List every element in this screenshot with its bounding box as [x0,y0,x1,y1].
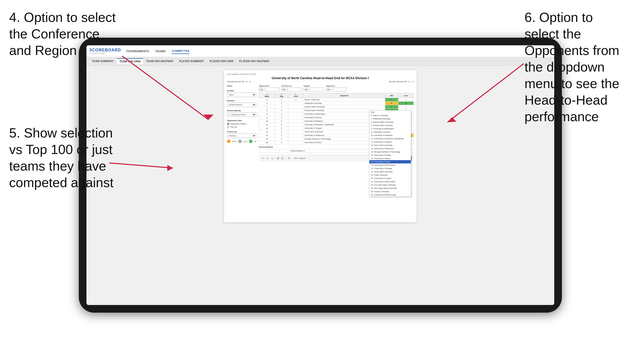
row-reg: 1 [275,98,288,102]
dropdown-item[interactable]: 18. University of Illinois [369,157,411,160]
dropdown-item[interactable]: 6. University of Washington [369,127,411,130]
school-section: School (Rank) 1. University of Nort... [227,109,256,117]
top-100-label: Top 100 [230,126,237,128]
opponent-filter-select[interactable]: (All) ▼ [326,88,346,91]
colour-by-select[interactable]: Win/loss [227,134,256,138]
annotation-line3: and Region [9,43,77,58]
annotation-tr-line5: menu to see the [525,76,619,91]
toolbar-clock[interactable]: ⏱ [287,157,291,160]
conference-filter-label: Conference [281,85,302,87]
overall-record-label: Overall Record: [227,80,241,83]
out-div-name: NCAA Division II [290,149,381,153]
dropdown-item[interactable]: 10. University of Alabama [369,134,411,137]
dropdown-item[interactable]: 27. University of Notre Dame [369,180,411,183]
dropdown-item[interactable]: 23. Texas A&M University [369,170,411,173]
dropdown-item[interactable]: 4. Arizona State University [369,120,411,124]
top-100-radio[interactable]: Top 100 [227,126,256,128]
row-rank: 3 [259,102,275,105]
row-reg: 2 [275,109,288,112]
dropdown-item[interactable]: 31. University of North Florida [369,193,411,197]
nav-item-committee[interactable]: COMMITTEE [172,48,190,54]
toolbar-paste[interactable]: ⊡ [281,157,284,160]
annotation-bl-line1: 5. Show selection [9,126,113,140]
gender-select[interactable]: Men's [227,93,256,97]
toolbar-redo[interactable]: ↪ [265,157,269,160]
conference-filter-select[interactable]: (All) ▼ [281,88,302,91]
dropdown-item[interactable]: 3. Vanderbilt University [369,117,411,120]
table-row: 2 1 1 Auburn University 2 1 [259,98,414,102]
dropdown-item[interactable]: 2. Auburn University [369,114,411,117]
subnav-player-h2h-heatmap[interactable]: PLAYER H2H HEATMAP [237,59,272,64]
division-select[interactable]: NCAA Division I [227,103,256,107]
dropdown-item[interactable]: 12. University of Virginia [369,140,411,144]
row-reg: 2 [275,134,288,137]
subnav-team-h2h-grid[interactable]: TEAM H2H GRID [117,58,143,64]
opponents-filter: Opponents: (All) ▼ [259,85,279,91]
row-reg: 1 [275,130,288,134]
region-filter-select[interactable]: (All) ▼ [304,88,324,91]
dropdown-item[interactable]: 14. University of Oklahoma [369,147,411,150]
dropdown-item[interactable]: 15. Georgia Institute of Technology [369,150,411,154]
division-section: Division NCAA Division I [227,100,256,107]
dropdown-item[interactable]: 11. University of Arkansas, Fayetteville [369,137,411,140]
nav-item-teams[interactable]: TEAMS [155,49,166,54]
report-sidebar: Team Gender Men's Division [227,85,256,161]
dropdown-item[interactable]: 22. University of Georgia [369,167,411,170]
row-conf [288,109,303,112]
row-conf [288,119,303,123]
dropdown-item[interactable]: 29. San Diego State University [369,187,411,190]
row-conf [288,141,303,144]
subnav-player-h2h-grid[interactable]: PLAYER H2H GRID [207,59,236,64]
app-container: 5COREBOARD Powered by School TOURNAMENTS… [86,45,554,305]
annotation-tr-line2: select the [525,26,581,41]
region-filter-value: (All) [305,88,308,91]
report-records: Overall Record: 89 - 17 - 0 Division Rec… [227,80,414,83]
tablet-screen: 5COREBOARD Powered by School TOURNAMENTS… [86,45,554,305]
row-reg: 3 [275,127,288,130]
dropdown-item[interactable]: (All) [369,110,411,114]
row-conf [288,116,303,119]
dropdown-item[interactable]: 30. Purdue University [369,190,411,193]
row-rank: 9 [259,116,275,119]
opponents-filter-select[interactable]: (All) ▼ [259,88,279,91]
table-row: 4 1 Arizona State University 5 1 [259,105,414,109]
opponents-played-radio[interactable]: Opponents Played [227,123,256,125]
dropdown-item[interactable]: 28. The Ohio State University [369,183,411,187]
subnav-team-h2h-heatmap[interactable]: TEAM H2H HEATMAP [144,59,176,64]
division-record: Division Record: 88 - 17 - 0 [389,80,414,83]
row-win: 0 [385,102,398,105]
opponent-filter: Opponent (All) ▼ [326,85,346,91]
dropdown-item[interactable]: 8. University of Arizona [369,130,411,134]
view-label: View: Original [294,157,305,159]
row-conf [288,105,303,109]
annotation-bl-line4: competed against [9,175,114,190]
col-reg: #Reg [275,93,288,98]
row-reg: 6 [275,123,288,127]
annotation-bottom-left: 5. Show selection vs Top 100 or just tea… [9,125,154,191]
opponents-filter-value: (All) [260,88,263,91]
annotation-top-right: 6. Option to select the Opponents from t… [525,9,636,125]
row-name: Auburn University [303,98,385,102]
gender-label: Gender [227,90,256,92]
dropdown-item[interactable]: 5. Florida State University [369,124,411,127]
dropdown-item[interactable]: 16. University of Florida [369,154,411,157]
out-div-reg [269,149,279,153]
row-name: Vanderbilt University [303,102,385,105]
dropdown-item[interactable]: 25. University of Oregon [369,177,411,180]
subnav-team-summary[interactable]: TEAM SUMMARY [89,59,116,64]
dropdown-item[interactable]: 21. University of New Mexico [369,163,411,167]
subnav-player-summary[interactable]: PLAYER SUMMARY [176,59,206,64]
annotation-line1: 4. Option to select [9,10,116,25]
dropdown-item[interactable]: 20. University of Texas [369,160,411,163]
report-panel: Last Updated: 4/22/2014 16:55:38 Univers… [224,70,417,223]
colour-level-label: Level [243,141,248,142]
dropdown-item[interactable]: 24. Duke University [369,173,411,177]
school-select[interactable]: 1. University of Nort... [227,113,256,117]
row-reg: 2 [275,102,288,105]
toolbar-back[interactable]: ◁ [270,157,274,160]
toolbar-undo[interactable]: ↩ [261,157,264,160]
toolbar-copy[interactable]: ⊞ [276,157,280,160]
dropdown-item[interactable]: 13. Texas Tech University [369,144,411,147]
opponent-dropdown[interactable]: (All)2. Auburn University3. Vanderbilt U… [369,110,411,197]
row-rank: 6 [259,109,275,112]
